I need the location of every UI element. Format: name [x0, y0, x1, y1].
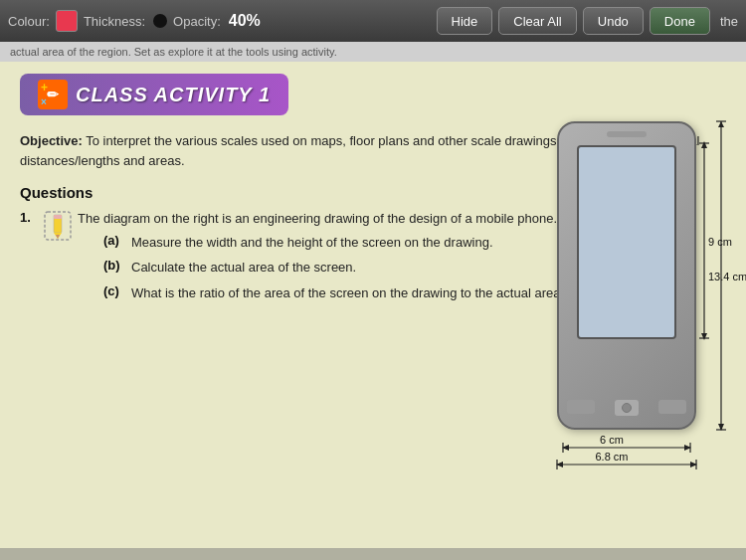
clear-all-button[interactable]: Clear All — [498, 7, 576, 35]
svg-marker-8 — [701, 141, 707, 148]
svg-marker-13 — [718, 121, 724, 127]
svg-marker-9 — [701, 333, 707, 340]
annotation-icon — [44, 211, 72, 239]
sub-a-text: Measure the width and the height of the … — [131, 233, 493, 253]
q1-number: 1. — [20, 209, 40, 225]
main-content: + ✏ × CLASS ACTIVITY 1 Objective: To int… — [0, 62, 746, 560]
activity-banner: + ✏ × CLASS ACTIVITY 1 — [20, 74, 288, 115]
sub-b-text: Calculate the actual area of the screen. — [131, 258, 356, 278]
sub-c-label: (c) — [103, 283, 125, 298]
dim-68cm-label: 6.8 cm — [595, 451, 628, 463]
toolbar-right-text: the — [720, 14, 738, 29]
bottom-bar — [0, 548, 746, 560]
svg-marker-4 — [56, 235, 60, 239]
colour-label: Colour: — [8, 14, 50, 29]
done-button[interactable]: Done — [650, 7, 710, 35]
toolbar: Colour: Thickness: Opacity: 40% Hide Cle… — [0, 0, 746, 42]
opacity-label: Opacity: — [173, 14, 221, 29]
x-icon: × — [41, 96, 47, 107]
hide-button[interactable]: Hide — [437, 7, 493, 35]
scroll-strip: actual area of the region. Set as explor… — [0, 42, 746, 62]
phone-diagram: 9 cm 13.4 cm 6 cm 6.8 cm — [537, 121, 736, 479]
sub-b-label: (b) — [103, 258, 125, 273]
dim-134cm-label: 13.4 cm — [708, 271, 746, 282]
activity-title: CLASS ACTIVITY 1 — [76, 84, 271, 106]
thickness-dot[interactable] — [153, 14, 167, 28]
opacity-value: 40% — [229, 12, 261, 30]
dimension-lines: 9 cm 13.4 cm 6 cm 6.8 cm — [537, 121, 736, 479]
dim-9cm-label: 9 cm — [708, 236, 732, 248]
svg-rect-2 — [54, 215, 62, 219]
activity-icon: + ✏ × — [38, 80, 68, 109]
objective-label: Objective: — [20, 133, 83, 148]
q1-text-before: The diagram on the right is an engineeri… — [78, 211, 557, 226]
undo-button[interactable]: Undo — [583, 7, 644, 35]
dim-6cm-label: 6 cm — [600, 434, 624, 446]
thickness-label: Thickness: — [84, 14, 145, 29]
scroll-text: actual area of the region. Set as explor… — [10, 46, 337, 58]
sub-a-label: (a) — [103, 233, 125, 248]
colour-swatch[interactable] — [56, 10, 78, 32]
